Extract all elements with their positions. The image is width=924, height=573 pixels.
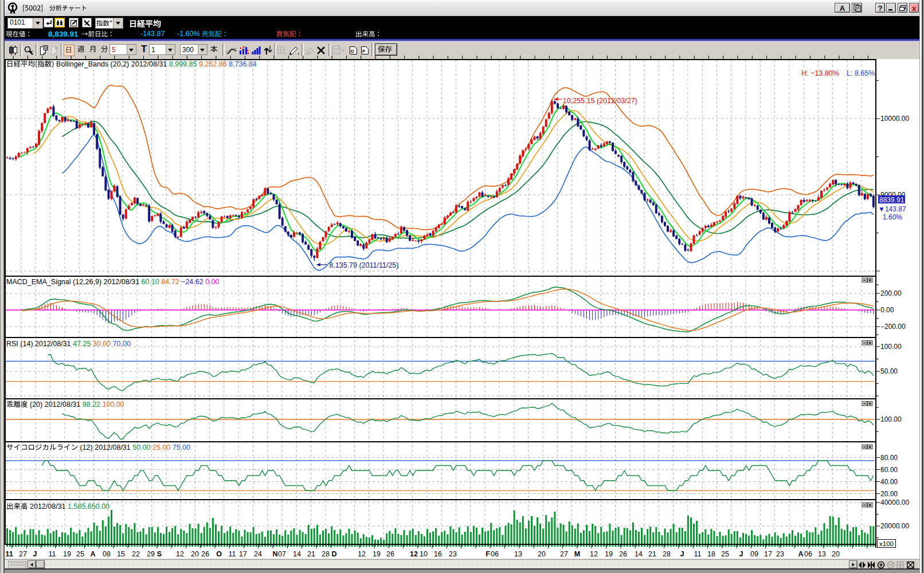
svg-text:19: 19 — [605, 550, 613, 558]
svg-text:27: 27 — [560, 550, 568, 558]
svg-text:▼143.87: ▼143.87 — [878, 205, 906, 213]
svg-text:17: 17 — [764, 550, 772, 558]
svg-text:60.00: 60.00 — [880, 466, 898, 474]
svg-text:J: J — [680, 550, 684, 558]
svg-text:100.00: 100.00 — [880, 343, 902, 351]
svg-text:8839.91: 8839.91 — [879, 196, 905, 204]
svg-text:26: 26 — [619, 550, 627, 558]
svg-text:10000.00: 10000.00 — [880, 115, 909, 123]
svg-text:N: N — [272, 550, 277, 558]
svg-text:21: 21 — [307, 550, 315, 558]
svg-text:J: J — [33, 550, 37, 558]
svg-text:M: M — [574, 550, 580, 558]
svg-text:26: 26 — [201, 550, 209, 558]
svg-text:24: 24 — [254, 550, 262, 558]
svg-text:18: 18 — [707, 550, 715, 558]
svg-text:21: 21 — [648, 550, 656, 558]
svg-text:(20) 2012/08/31 98.22 100.00: (20) 2012/08/31 98.22 100.00 — [30, 401, 124, 409]
svg-text:200.00: 200.00 — [880, 289, 902, 297]
svg-text:14: 14 — [293, 550, 301, 558]
svg-text:(12) 2012/08/31 50.00 25.00 75: (12) 2012/08/31 50.00 25.00 75.00 — [80, 444, 191, 452]
svg-text:40000.00: 40000.00 — [880, 499, 909, 507]
svg-text:23: 23 — [449, 550, 457, 558]
svg-text:100.00: 100.00 — [880, 415, 902, 423]
svg-text:20: 20 — [538, 550, 546, 558]
svg-text:28: 28 — [663, 550, 671, 558]
svg-text:06: 06 — [804, 550, 812, 558]
svg-text:F: F — [486, 550, 490, 558]
svg-text:10,255.15 (2012/03/27): 10,255.15 (2012/03/27) — [563, 97, 637, 105]
svg-text:07: 07 — [278, 550, 286, 558]
svg-text:20: 20 — [191, 550, 199, 558]
svg-text:25: 25 — [76, 550, 84, 558]
svg-text:09: 09 — [750, 550, 758, 558]
svg-text:20000.00: 20000.00 — [880, 522, 909, 530]
svg-text:13: 13 — [514, 550, 522, 558]
svg-text:12: 12 — [590, 550, 598, 558]
svg-text:11: 11 — [49, 550, 56, 558]
svg-text:14: 14 — [635, 550, 643, 558]
svg-text:29: 29 — [147, 550, 155, 558]
svg-text:11: 11 — [694, 550, 702, 558]
svg-text:S: S — [157, 550, 162, 558]
svg-text:L: 8.65%: L: 8.65% — [847, 69, 875, 77]
svg-text:27: 27 — [19, 550, 27, 558]
svg-text:H: −13.80%: H: −13.80% — [801, 69, 839, 77]
svg-text:D: D — [331, 550, 336, 558]
svg-text:x100: x100 — [879, 540, 894, 547]
svg-text:A: A — [798, 550, 803, 558]
svg-text:15: 15 — [117, 550, 125, 558]
svg-text:40.00: 40.00 — [880, 478, 898, 486]
svg-text:J: J — [739, 550, 743, 558]
svg-text:13: 13 — [818, 550, 826, 558]
svg-text:23: 23 — [776, 550, 784, 558]
svg-text:11: 11 — [5, 550, 13, 558]
svg-text:12: 12 — [410, 550, 418, 558]
svg-text:80.00: 80.00 — [880, 454, 898, 462]
svg-text:2012/08/31 1,585,650.00: 2012/08/31 1,585,650.00 — [30, 503, 109, 511]
svg-text:22: 22 — [132, 550, 140, 558]
svg-text:19: 19 — [373, 550, 381, 558]
svg-text:10: 10 — [420, 550, 428, 558]
svg-text:20.00: 20.00 — [880, 490, 898, 498]
svg-text:MACD_EMA_Signal (12,26,9) 2012: MACD_EMA_Signal (12,26,9) 2012/08/31 60.… — [6, 278, 220, 286]
svg-text:26: 26 — [386, 550, 394, 558]
svg-text:A: A — [90, 550, 95, 558]
svg-text:Bollinger_Bands (20,2) 2012/08: Bollinger_Bands (20,2) 2012/08/31 8,999.… — [56, 60, 257, 68]
svg-text:0.00: 0.00 — [880, 306, 894, 314]
svg-text:16: 16 — [434, 550, 442, 558]
svg-text:O: O — [216, 550, 222, 558]
svg-text:17: 17 — [239, 550, 247, 558]
svg-text:8,135.79 (2011/11/25): 8,135.79 (2011/11/25) — [329, 261, 398, 269]
svg-text:1.60%: 1.60% — [883, 213, 902, 221]
svg-text:06: 06 — [491, 550, 499, 558]
svg-text:19: 19 — [63, 550, 71, 558]
svg-text:RSI (14) 2012/08/31 47.25 30.0: RSI (14) 2012/08/31 47.25 30.00 70.00 — [6, 340, 131, 348]
svg-text:28: 28 — [322, 550, 330, 558]
svg-text:08: 08 — [103, 550, 111, 558]
svg-text:50.00: 50.00 — [880, 367, 898, 375]
svg-text:−200.00: −200.00 — [880, 323, 906, 331]
svg-text:20: 20 — [832, 550, 840, 558]
svg-text:12: 12 — [358, 550, 366, 558]
svg-text:11: 11 — [229, 550, 236, 558]
svg-text:25: 25 — [721, 550, 729, 558]
svg-text:12: 12 — [176, 550, 184, 558]
